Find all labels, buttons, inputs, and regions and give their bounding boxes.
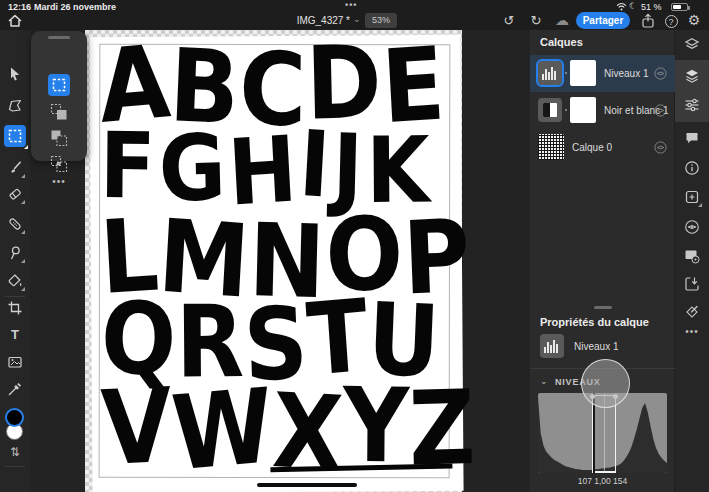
panel-rail: ••• [675, 30, 709, 492]
edit-shortcut-icon[interactable] [684, 304, 700, 320]
tool-bar: T ⇅ [0, 30, 30, 492]
visibility-icon[interactable] [684, 219, 700, 235]
settings-gear-icon[interactable]: ⚙ [684, 11, 704, 30]
more-options[interactable]: ••• [675, 326, 709, 337]
layer-row-niveaux[interactable]: Niveaux 1 [530, 55, 675, 92]
document-title[interactable]: IMG_4327 * [240, 15, 350, 26]
share-button[interactable]: Partager [576, 12, 630, 29]
chevron-down-icon[interactable]: ⌄ [353, 14, 361, 24]
layer-row-calque-0[interactable]: Calque 0 [530, 129, 675, 166]
app-toolbar: IMG_4327 * ⌄ 53% ↺ ↻ ☁ Partager ? ⚙ [0, 11, 709, 30]
eyedropper-tool[interactable] [7, 381, 23, 397]
canvas-area[interactable]: ABCDE FGHIJK LMNOP QRSTU VWXYZ [30, 30, 530, 492]
levels-values: 107 1,00 154 [538, 476, 667, 486]
adjustments-sliders-icon[interactable] [684, 97, 700, 113]
multitask-dots-icon[interactable]: ••• [345, 0, 357, 10]
export-place-icon[interactable] [684, 276, 700, 292]
type-tool[interactable]: T [7, 327, 23, 343]
section-chevron-icon[interactable]: ⌄ [540, 376, 548, 386]
layer-name[interactable]: Calque 0 [572, 142, 612, 153]
layer-visibility-eye-icon[interactable] [654, 67, 667, 80]
layers-panel-title: Calques [540, 36, 583, 48]
brush-tool[interactable] [7, 160, 23, 176]
export-share-icon[interactable] [638, 11, 658, 30]
layer-name[interactable]: Niveaux 1 [604, 68, 648, 79]
image-visibility-icon[interactable] [684, 248, 700, 264]
add-layer-icon[interactable] [684, 189, 700, 205]
toolbar-divider [5, 296, 25, 297]
clone-stamp-tool[interactable] [7, 245, 23, 261]
zoom-level-badge[interactable]: 53% [365, 13, 397, 28]
layer-properties-icon[interactable] [684, 68, 700, 84]
letter-W: W [169, 374, 276, 485]
properties-layer-name: Niveaux 1 [574, 341, 618, 352]
more-selection-options[interactable]: ••• [31, 176, 87, 187]
cloud-sync-icon[interactable]: ☁ [552, 11, 572, 30]
top-bar: 12:16 Mardi 26 novembre ••• ☾ 51 % IMG_4… [0, 0, 709, 30]
help-button[interactable]: ? [661, 11, 681, 30]
focus-moon-icon: ☾ [629, 1, 637, 11]
layer-mask-thumbnail[interactable] [570, 97, 596, 123]
selection-options-flyout: ••• [31, 31, 87, 161]
intersect-selection-option[interactable] [50, 155, 68, 173]
layer-row-noir-et-blanc[interactable]: Noir et blanc 1 [530, 92, 675, 129]
wifi-icon [616, 2, 627, 11]
touch-indicator-circle[interactable] [581, 359, 630, 408]
home-indicator[interactable] [257, 483, 357, 487]
letter-Y: Y [343, 374, 410, 478]
subtract-from-selection-option[interactable] [50, 129, 68, 147]
toolbar-divider [5, 466, 25, 467]
letter-V: V [100, 374, 174, 480]
eraser-tool[interactable] [7, 186, 23, 202]
layer-visibility-eye-icon[interactable] [654, 104, 667, 117]
levels-adjustment-icon [540, 334, 564, 358]
healing-tool[interactable] [7, 216, 23, 232]
lasso-select-tool[interactable] [7, 98, 23, 114]
rectangular-marquee-tool[interactable] [4, 125, 26, 147]
undo-button[interactable]: ↺ [499, 11, 519, 30]
foreground-color-swatch[interactable] [5, 408, 24, 427]
info-icon[interactable] [684, 160, 700, 176]
layers-icon[interactable] [684, 37, 700, 53]
home-icon[interactable] [7, 13, 25, 29]
fill-tool[interactable] [7, 273, 23, 289]
mask-link-dot [565, 72, 567, 74]
mask-link-dot [565, 109, 567, 111]
swap-colors-icon[interactable]: ⇅ [7, 444, 23, 460]
levels-adjustment-icon[interactable] [538, 61, 562, 85]
move-tool[interactable] [7, 66, 23, 82]
comment-icon[interactable] [684, 130, 700, 146]
layer-properties-title: Propriétés du calque [540, 316, 649, 328]
crop-tool[interactable] [7, 300, 23, 316]
layer-mask-thumbnail[interactable] [570, 60, 596, 86]
new-selection-option[interactable] [48, 74, 70, 96]
document-page[interactable]: ABCDE FGHIJK LMNOP QRSTU VWXYZ [89, 35, 463, 492]
photoshop-ipad-app: 12:16 Mardi 26 novembre ••• ☾ 51 % IMG_4… [0, 0, 709, 492]
black-white-adjustment-icon[interactable] [538, 98, 562, 122]
layers-panel: Calques Niveaux 1 Noir et blanc 1 Calque… [530, 30, 675, 492]
place-image-tool[interactable] [7, 354, 23, 370]
flyout-drag-handle[interactable] [48, 36, 70, 39]
add-to-selection-option[interactable] [50, 103, 68, 121]
layer-visibility-eye-icon[interactable] [654, 141, 667, 154]
image-layer-thumbnail[interactable] [538, 134, 564, 160]
panel-split-drag-handle[interactable] [594, 306, 612, 309]
redo-button[interactable]: ↻ [526, 11, 546, 30]
battery-icon [671, 3, 688, 11]
